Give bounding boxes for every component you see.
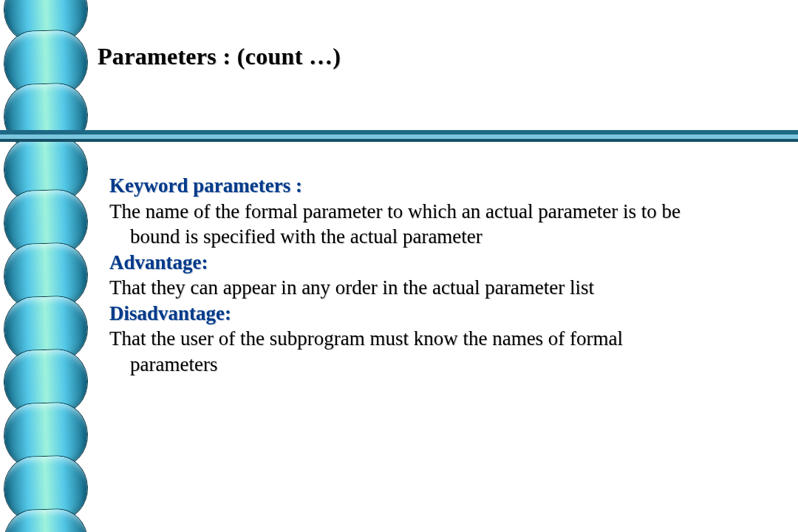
body-paragraph: The name of the formal parameter to whic… — [109, 199, 752, 225]
body-heading-disadvantage: Disadvantage: — [109, 301, 752, 327]
divider-rule — [0, 130, 798, 142]
body-heading-advantage: Advantage: — [109, 250, 752, 276]
slide: Parameters : (count …) Keyword parameter… — [0, 0, 798, 532]
body-heading-keyword-parameters: Keyword parameters : — [109, 173, 752, 199]
body-paragraph: That they can appear in any order in the… — [109, 275, 752, 301]
body-paragraph-cont: bound is specified with the actual param… — [109, 224, 752, 250]
body-paragraph-cont: parameters — [109, 352, 752, 378]
body-paragraph: That the user of the subprogram must kno… — [109, 326, 752, 352]
slide-body: Keyword parameters : The name of the for… — [109, 173, 752, 377]
slide-title: Parameters : (count …) — [98, 43, 341, 70]
spiral-binding-decoration — [0, 0, 92, 532]
